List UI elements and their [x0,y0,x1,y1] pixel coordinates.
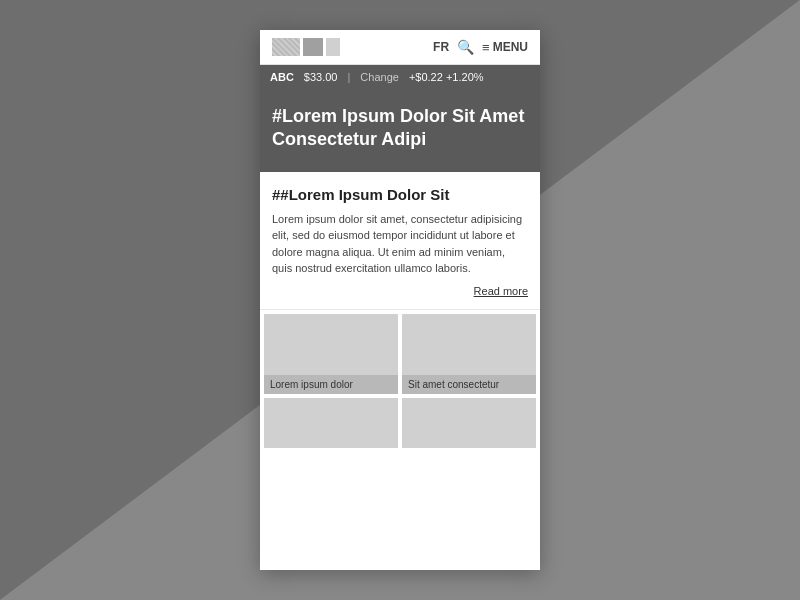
grid-item-label: Sit amet consectetur [402,375,536,394]
hero-title: #Lorem Ipsum Dolor Sit Amet Consectetur … [272,105,528,152]
ticker-symbol: ABC [270,71,294,83]
logo-block-3 [326,38,340,56]
logo-block-1 [272,38,300,56]
ticker-price: $33.00 [304,71,338,83]
logo-block-2 [303,38,323,56]
grid-item[interactable]: Lorem ipsum dolor [264,314,398,394]
grid-item[interactable] [264,398,398,448]
image-grid: Lorem ipsum dolor Sit amet consectetur [260,310,540,452]
nav-bar: FR 🔍 ≡ MENU [260,30,540,65]
hamburger-icon: ≡ [482,40,490,55]
menu-button[interactable]: ≡ MENU [482,40,528,55]
menu-label: MENU [493,40,528,54]
article-subtitle: ##Lorem Ipsum Dolor Sit [272,186,528,203]
ticker-bar: ABC $33.00 | Change +$0.22 +1.20% [260,65,540,89]
logo [272,38,421,56]
search-icon[interactable]: 🔍 [457,39,474,55]
ticker-change-label: Change [360,71,399,83]
grid-item-label: Lorem ipsum dolor [264,375,398,394]
read-more-link[interactable]: Read more [272,285,528,297]
article-body: Lorem ipsum dolor sit amet, consectetur … [272,211,528,277]
ticker-divider: | [348,71,351,83]
ticker-change-values: +$0.22 +1.20% [409,71,484,83]
grid-item[interactable] [402,398,536,448]
hero-section: #Lorem Ipsum Dolor Sit Amet Consectetur … [260,89,540,172]
lang-toggle[interactable]: FR [433,40,449,54]
content-area: ##Lorem Ipsum Dolor Sit Lorem ipsum dolo… [260,172,540,570]
grid-item[interactable]: Sit amet consectetur [402,314,536,394]
article-card: ##Lorem Ipsum Dolor Sit Lorem ipsum dolo… [260,172,540,310]
phone-frame: FR 🔍 ≡ MENU ABC $33.00 | Change +$0.22 +… [260,30,540,570]
